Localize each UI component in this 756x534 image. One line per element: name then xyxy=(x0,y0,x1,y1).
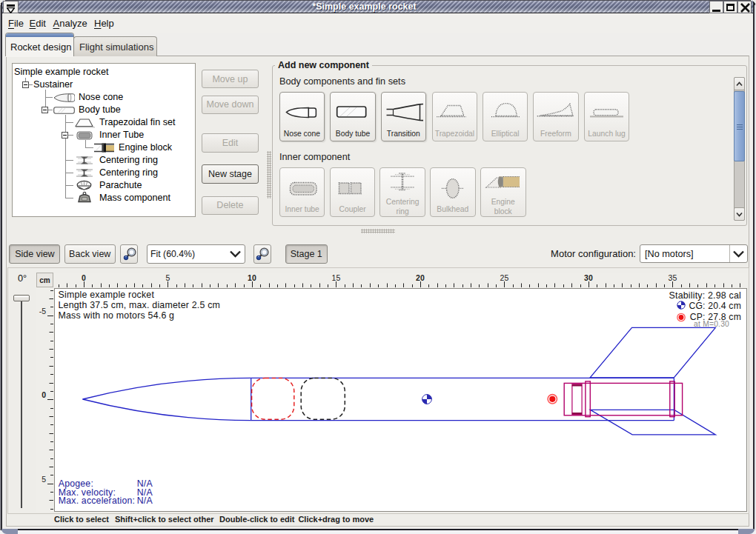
svg-text:CG: 20.4 cm: CG: 20.4 cm xyxy=(689,301,741,311)
svg-text:20: 20 xyxy=(416,273,425,282)
svg-text:0: 0 xyxy=(42,390,46,399)
svg-text:Stability: 2.98 cal: Stability: 2.98 cal xyxy=(669,290,741,301)
svg-text:Mass with no motors 54.6 g: Mass with no motors 54.6 g xyxy=(59,310,175,321)
svg-text:35: 35 xyxy=(669,273,677,282)
svg-text:-5: -5 xyxy=(39,307,46,316)
svg-text:25: 25 xyxy=(500,273,509,282)
svg-text:10: 10 xyxy=(248,273,256,282)
svg-text:Max. acceleration:: Max. acceleration: xyxy=(59,495,135,506)
svg-text:at M=0.30: at M=0.30 xyxy=(694,320,729,328)
svg-text:N/A: N/A xyxy=(137,495,153,506)
svg-text:Length 37.5 cm, max. diameter: Length 37.5 cm, max. diameter 2.5 cm xyxy=(59,300,221,310)
svg-text:5: 5 xyxy=(42,475,46,484)
svg-text:30: 30 xyxy=(584,273,593,282)
svg-text:Simple example rocket: Simple example rocket xyxy=(59,290,155,300)
svg-text:15: 15 xyxy=(332,273,341,282)
svg-text:0: 0 xyxy=(82,273,86,282)
svg-text:5: 5 xyxy=(165,273,170,282)
